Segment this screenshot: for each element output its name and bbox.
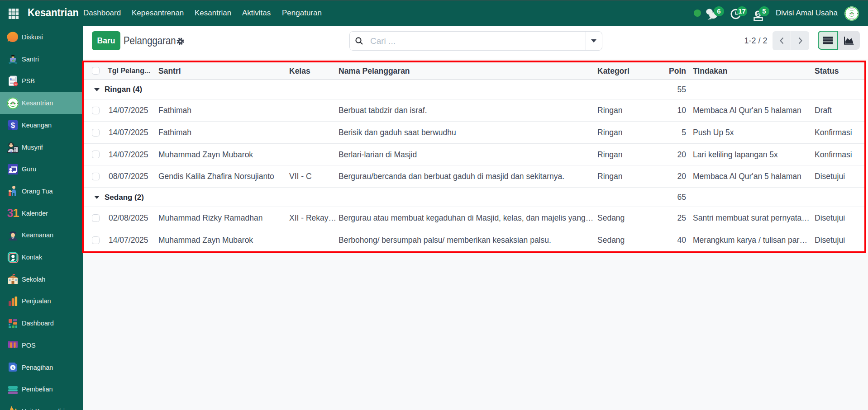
svg-text:$: $	[11, 122, 15, 129]
svg-text:$: $	[12, 365, 14, 370]
